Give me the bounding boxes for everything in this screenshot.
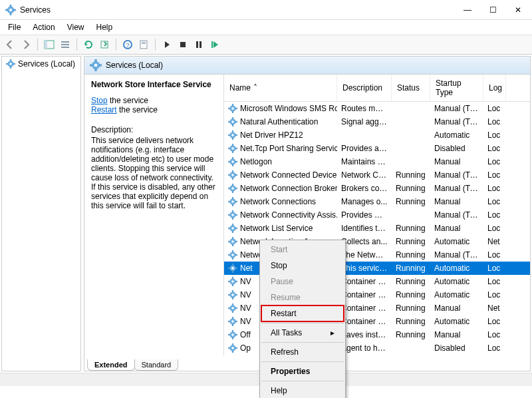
export-button[interactable] (97, 37, 112, 52)
context-properties[interactable]: Properties (261, 363, 344, 379)
service-desc: Maintains a ... (337, 157, 392, 166)
context-stop[interactable]: Stop (261, 258, 344, 274)
play-button[interactable] (160, 37, 174, 52)
tree-pane: Services (Local) (1, 56, 81, 371)
pause-media-button[interactable] (192, 37, 206, 52)
service-status: Running (392, 317, 430, 326)
service-icon (228, 157, 237, 166)
menu-help[interactable]: Help (91, 21, 118, 33)
menu-file[interactable]: File (3, 21, 26, 33)
service-startup: Automatic (430, 290, 483, 299)
service-startup: Manual (Trig... (430, 250, 483, 260)
context-pause[interactable]: Pause (261, 274, 344, 290)
stop-link[interactable]: Stop (91, 96, 108, 105)
service-startup: Manual (Trig... (430, 170, 483, 180)
service-row[interactable]: Network ConnectionsManages o...RunningMa… (224, 195, 530, 208)
menubar: File Action View Help (0, 20, 532, 35)
svg-rect-17 (180, 42, 186, 47)
column-description[interactable]: Description (337, 75, 392, 101)
toolbar: ? (0, 35, 532, 55)
service-row[interactable]: Network Connectivity Assis...Provides Di… (224, 208, 530, 222)
service-status: Running (392, 224, 430, 233)
service-row[interactable]: Natural AuthenticationSignal aggr...Manu… (224, 115, 530, 128)
service-name: Netlogon (240, 157, 272, 166)
service-startup: Automatic (430, 264, 483, 273)
context-all-tasks[interactable]: All Tasks▸ (261, 325, 344, 341)
context-refresh[interactable]: Refresh (261, 344, 344, 360)
service-row[interactable]: Microsoft Windows SMS Ro...Routes mes...… (224, 102, 530, 115)
minimize-button[interactable]: — (455, 1, 480, 19)
svg-rect-14 (140, 41, 147, 49)
column-name[interactable]: Name ˄ (224, 75, 337, 101)
tree-root-item[interactable]: Services (Local) (2, 57, 80, 71)
menu-view[interactable]: View (62, 21, 90, 33)
back-button[interactable] (3, 37, 17, 52)
service-logon: Loc (483, 184, 506, 193)
service-startup: Manual (Trig... (430, 104, 483, 113)
service-desc: Network Co... (337, 170, 392, 180)
menu-action[interactable]: Action (27, 21, 60, 33)
column-startup[interactable]: Startup Type (430, 75, 483, 101)
service-icon (228, 264, 237, 273)
show-hide-tree-button[interactable] (42, 37, 57, 52)
service-name: Natural Authentication (240, 117, 318, 126)
service-logon: Loc (483, 210, 506, 220)
service-icon (228, 303, 237, 313)
titlebar: Services — ☐ ✕ (0, 0, 532, 20)
column-status[interactable]: Status (392, 75, 430, 101)
close-button[interactable]: ✕ (505, 1, 531, 19)
service-logon: Net (483, 303, 506, 313)
properties-button[interactable] (136, 37, 151, 52)
tree-root-label: Services (Local) (18, 59, 75, 69)
service-name: Network Connected Device... (240, 170, 337, 180)
service-logon: Loc (483, 104, 506, 113)
service-icon (228, 343, 237, 353)
view-details-button[interactable] (58, 37, 72, 52)
service-startup: Automatic (430, 237, 483, 246)
context-start[interactable]: Start (261, 242, 344, 258)
context-help[interactable]: Help (261, 383, 344, 398)
service-startup: Manual (430, 197, 483, 206)
service-row[interactable]: Net.Tcp Port Sharing ServiceProvides abi… (224, 142, 530, 155)
svg-rect-9 (61, 44, 69, 45)
svg-rect-19 (200, 41, 201, 48)
restart-suffix: the service (117, 105, 158, 114)
service-name: Network List Service (240, 224, 313, 233)
refresh-button[interactable] (81, 37, 96, 52)
description-label: Description: (91, 125, 217, 134)
service-row[interactable]: Net Driver HPZ12AutomaticLoc (224, 128, 530, 142)
service-logon: Loc (483, 170, 506, 180)
context-resume[interactable]: Resume (261, 290, 344, 305)
service-row[interactable]: Network Connection BrokerBrokers con...R… (224, 182, 530, 195)
context-restart[interactable]: Restart (261, 305, 344, 321)
service-logon: Loc (483, 224, 506, 233)
service-icon (228, 277, 237, 286)
maximize-button[interactable]: ☐ (480, 1, 505, 19)
service-icon (228, 210, 237, 220)
service-row[interactable]: Network Connected Device...Network Co...… (224, 168, 530, 182)
service-desc: Routes mes... (337, 104, 392, 113)
forward-button[interactable] (19, 37, 33, 52)
service-logon: Loc (483, 330, 506, 339)
service-startup: Manual (Trig... (430, 184, 483, 193)
service-status: Running (392, 237, 430, 246)
service-desc: Signal aggr... (337, 117, 392, 126)
service-logon: Net (483, 237, 506, 246)
stop-media-button[interactable] (176, 37, 190, 52)
context-menu: Start Stop Pause Resume Restart All Task… (259, 240, 346, 398)
service-row[interactable]: NetlogonMaintains a ...ManualLoc (224, 155, 530, 168)
window-title: Services (20, 5, 455, 15)
tab-standard[interactable]: Standard (134, 359, 179, 371)
tab-extended[interactable]: Extended (87, 359, 135, 371)
service-row[interactable]: Network List ServiceIdentifies th...Runn… (224, 222, 530, 235)
service-logon: Loc (483, 264, 506, 273)
service-status: Running (392, 330, 430, 339)
restart-link[interactable]: Restart (91, 105, 117, 114)
restart-media-button[interactable] (207, 37, 222, 52)
help-button[interactable]: ? (120, 37, 135, 52)
service-logon: Loc (483, 317, 506, 326)
service-startup: Automatic (430, 130, 483, 140)
column-logon[interactable]: Log (483, 75, 506, 101)
service-desc: Identifies th... (337, 224, 392, 233)
service-desc: Manages o... (337, 197, 392, 206)
